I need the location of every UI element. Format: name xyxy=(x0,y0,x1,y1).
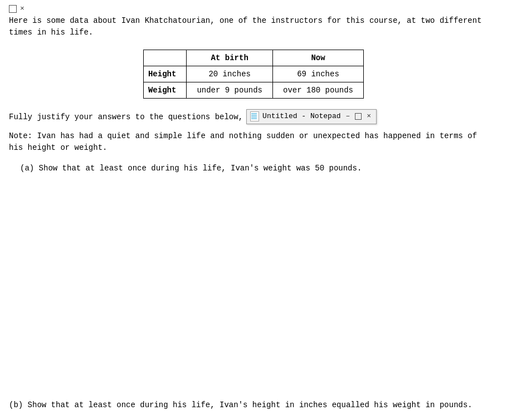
page-container: × Here is some data about Ivan Khatchato… xyxy=(0,0,507,420)
notepad-popup[interactable]: Untitled - Notepad – × xyxy=(246,109,377,124)
notepad-minimize-button[interactable]: – xyxy=(344,111,352,123)
notepad-restore-button[interactable] xyxy=(355,113,362,120)
table-wrapper: At birth Now Height 20 inches 69 inches … xyxy=(9,50,498,99)
notepad-title: Untitled - Notepad xyxy=(262,111,340,123)
table-row: Weight under 9 pounds over 180 pounds xyxy=(143,82,363,99)
table-header-empty xyxy=(143,50,186,66)
window-checkbox[interactable] xyxy=(9,5,17,13)
table-row-height-label: Height xyxy=(143,66,186,82)
table-row-weight-now: over 180 pounds xyxy=(273,82,364,99)
notepad-icon xyxy=(250,111,259,121)
question-a: (a) Show that at least once during his l… xyxy=(9,163,498,174)
table-row-weight-birth: under 9 pounds xyxy=(187,82,273,99)
table-header-now: Now xyxy=(273,50,364,66)
data-table: At birth Now Height 20 inches 69 inches … xyxy=(143,50,364,99)
justify-text: Fully justify your answers to the questi… xyxy=(9,111,243,123)
table-row-height-now: 69 inches xyxy=(273,66,364,82)
table-row-weight-label: Weight xyxy=(143,82,186,99)
question-b: (b) Show that at least once during his l… xyxy=(9,399,478,411)
note-paragraph: Note: Ivan has had a quiet and simple li… xyxy=(9,130,498,154)
intro-paragraph: Here is some data about Ivan Khatchatour… xyxy=(9,15,498,38)
notepad-close-button[interactable]: × xyxy=(365,111,373,123)
justify-line: Fully justify your answers to the questi… xyxy=(9,110,498,125)
window-chrome: × xyxy=(9,4,498,13)
table-row-height-birth: 20 inches xyxy=(187,66,273,82)
window-close-icon[interactable]: × xyxy=(20,4,25,13)
table-header-at-birth: At birth xyxy=(187,50,273,66)
table-row: Height 20 inches 69 inches xyxy=(143,66,363,82)
table-header-row: At birth Now xyxy=(143,50,363,66)
